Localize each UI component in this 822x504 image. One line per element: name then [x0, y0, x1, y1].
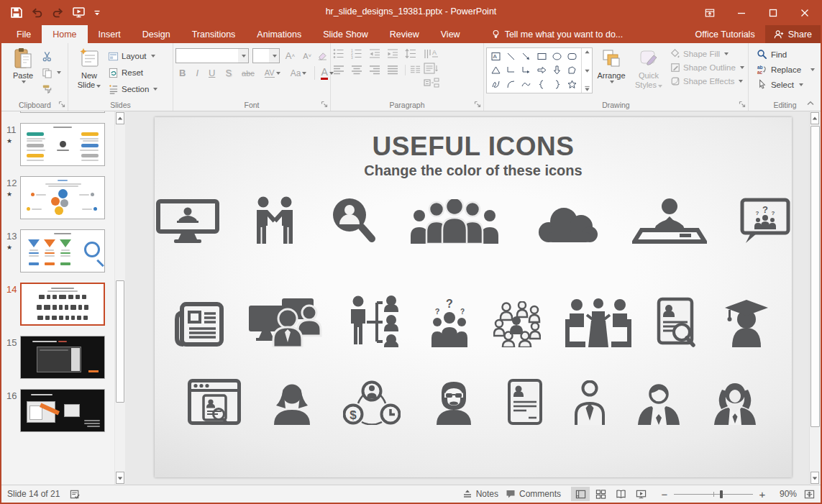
zoom-slider[interactable] — [674, 494, 753, 495]
question-group-icon[interactable]: ??? — [430, 297, 469, 347]
increase-indent-icon[interactable] — [387, 48, 398, 59]
question-bubble-icon[interactable]: ??? — [740, 198, 790, 244]
thumb-scroll-up-icon[interactable] — [116, 112, 124, 124]
normal-view-button[interactable] — [571, 487, 590, 501]
layout-button[interactable]: Layout — [108, 49, 157, 63]
shape-effects-button[interactable]: Shape Effects — [670, 76, 744, 86]
people-network-icon[interactable] — [493, 301, 541, 347]
tie-person-icon[interactable] — [573, 380, 606, 425]
change-case-button[interactable]: Aa — [288, 68, 309, 78]
justify-icon[interactable] — [387, 65, 398, 75]
businessman-icon[interactable] — [636, 382, 681, 425]
shape-freeform-icon[interactable] — [565, 63, 580, 77]
drawing-dialog-launcher-icon[interactable] — [739, 101, 746, 109]
tab-home[interactable]: Home — [42, 25, 87, 43]
shape-star-icon[interactable] — [565, 78, 580, 91]
slide-title[interactable]: USEFUL ICONS — [155, 132, 792, 162]
new-slide-button[interactable]: New Slide — [70, 45, 108, 100]
bold-button[interactable]: B — [177, 68, 188, 78]
shapes-gallery-scrollbar[interactable] — [581, 48, 592, 93]
paragraph-dialog-launcher-icon[interactable] — [474, 101, 482, 109]
zoom-out-button[interactable]: − — [660, 489, 669, 500]
team-computers-icon[interactable] — [249, 297, 324, 347]
slide-indicator[interactable]: Slide 14 of 21 — [7, 489, 60, 499]
tab-review[interactable]: Review — [379, 25, 430, 43]
clear-formatting-icon[interactable] — [317, 50, 328, 61]
align-right-icon[interactable] — [369, 65, 380, 75]
thumbnail-preview[interactable] — [20, 283, 105, 326]
slide-thumbnail-12[interactable]: 12★ — [3, 176, 110, 219]
thumbnail-preview[interactable] — [20, 111, 105, 113]
shape-brace-right-icon[interactable] — [549, 78, 565, 91]
shape-textbox-icon[interactable]: A — [488, 50, 503, 63]
cut-button[interactable] — [42, 49, 61, 63]
tab-file[interactable]: File — [6, 25, 42, 43]
line-spacing-icon[interactable] — [405, 48, 416, 59]
font-dialog-launcher-icon[interactable] — [321, 101, 329, 109]
interview-desk-icon[interactable] — [632, 198, 707, 244]
businesswoman-icon[interactable] — [711, 382, 759, 425]
text-shadow-button[interactable]: S — [223, 68, 234, 78]
close-icon[interactable] — [789, 0, 821, 25]
save-icon[interactable] — [10, 6, 22, 19]
zoom-in-button[interactable]: + — [758, 489, 767, 500]
paste-button[interactable]: Paste — [4, 45, 42, 100]
text-direction-icon[interactable]: A — [424, 48, 439, 60]
zoom-slider-thumb[interactable] — [720, 490, 723, 498]
shape-arrow-down-icon[interactable] — [549, 63, 565, 77]
tab-insert[interactable]: Insert — [88, 25, 132, 43]
align-left-icon[interactable] — [333, 65, 344, 75]
spell-check-icon[interactable] — [70, 489, 81, 500]
main-scroll-up-icon[interactable] — [810, 112, 819, 124]
graduate-icon[interactable] — [721, 298, 772, 347]
gallery-more-icon[interactable] — [584, 86, 590, 92]
character-spacing-button[interactable]: AV — [262, 68, 283, 78]
slide-canvas[interactable]: USEFUL ICONS Change the color of these i… — [155, 117, 792, 477]
minimize-icon[interactable] — [726, 0, 757, 25]
thumbnail-preview[interactable] — [20, 389, 105, 432]
grow-font-button[interactable]: A˄ — [283, 50, 297, 61]
slide-thumbnail-13[interactable]: 13★ — [3, 229, 110, 272]
undo-icon[interactable] — [31, 6, 43, 19]
thumbnail-scrollbar[interactable] — [114, 111, 125, 485]
shape-arrow-icon[interactable] — [519, 50, 534, 63]
cloud-icon[interactable] — [533, 203, 599, 244]
slide-thumbnail-14[interactable]: 14 — [3, 283, 110, 326]
columns-icon[interactable] — [405, 65, 421, 75]
notes-button[interactable]: Notes — [462, 489, 498, 499]
shape-scribble-icon[interactable] — [488, 78, 503, 91]
browser-resume-icon[interactable] — [188, 379, 241, 425]
shrink-font-button[interactable]: A˅ — [301, 52, 314, 60]
reset-button[interactable]: Reset — [108, 65, 157, 80]
fit-to-window-icon[interactable] — [804, 489, 815, 500]
main-scroll-thumb[interactable] — [810, 126, 820, 427]
bullets-icon[interactable] — [333, 48, 344, 59]
tab-slide-show[interactable]: Slide Show — [312, 25, 379, 43]
main-scrollbar[interactable] — [809, 111, 821, 485]
maximize-icon[interactable] — [757, 0, 789, 25]
italic-button[interactable]: I — [193, 68, 201, 78]
decrease-indent-icon[interactable] — [369, 48, 380, 59]
format-painter-button[interactable] — [42, 82, 61, 96]
replace-button[interactable]: abacReplace — [757, 64, 815, 75]
shape-curve-icon[interactable] — [519, 78, 534, 91]
customize-qat-icon[interactable] — [93, 9, 101, 17]
numbering-icon[interactable]: 123 — [351, 48, 362, 59]
panel-interview-icon[interactable] — [565, 297, 631, 347]
thumbnail-preview[interactable] — [20, 336, 105, 379]
tab-animations[interactable]: Animations — [246, 25, 312, 43]
thumbnail-preview[interactable] — [20, 123, 105, 166]
shape-rectangle-icon[interactable] — [534, 50, 549, 63]
convert-smartart-icon[interactable] — [424, 77, 439, 88]
shape-brace-left-icon[interactable] — [534, 78, 549, 91]
shape-arrow-right-icon[interactable] — [534, 63, 549, 77]
thumb-scroll-down-icon[interactable] — [116, 472, 124, 484]
align-text-icon[interactable] — [424, 63, 439, 74]
shape-elbow-connector-icon[interactable] — [503, 63, 519, 77]
slide-thumbnail-partial[interactable] — [3, 111, 110, 113]
shape-triangle-icon[interactable] — [488, 63, 503, 77]
tab-transitions[interactable]: Transitions — [181, 25, 247, 43]
thumbnail-preview[interactable] — [20, 229, 105, 272]
slide-thumbnail-15[interactable]: 15 — [3, 336, 110, 379]
shape-oval-icon[interactable] — [549, 50, 565, 63]
